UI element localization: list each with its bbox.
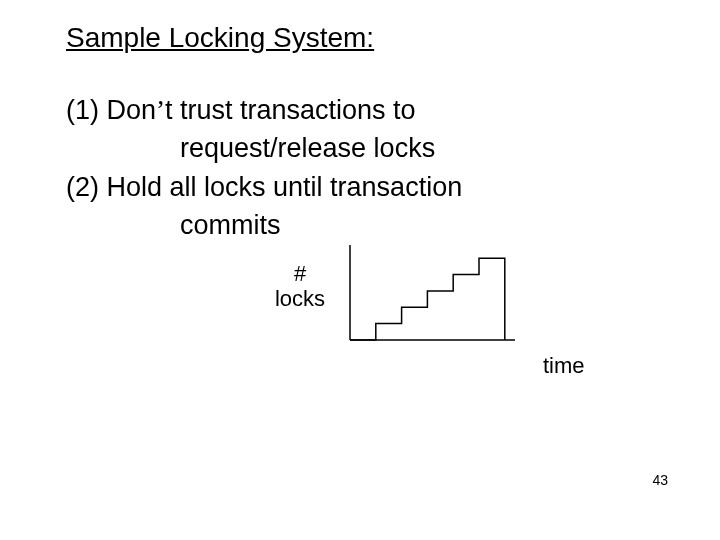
bullet-1-line-1: (1) Don’t trust transactions to <box>66 95 416 126</box>
text-fragment: t trust transactions to <box>165 95 416 125</box>
chart-x-axis-label: time <box>543 353 585 379</box>
page-number: 43 <box>652 472 668 488</box>
bullet-1-line-2: request/release locks <box>180 133 435 164</box>
chart-series-line <box>350 258 505 340</box>
bullet-2-line-1: (2) Hold all locks until transaction <box>66 172 462 203</box>
slide: Sample Locking System: (1) Don’t trust t… <box>0 0 720 540</box>
slide-heading: Sample Locking System: <box>66 22 374 54</box>
bullet-2-line-2: commits <box>180 210 281 241</box>
locks-over-time-chart <box>340 245 520 350</box>
text-fragment: (1) Don <box>66 95 156 125</box>
apostrophe: ’ <box>156 95 165 125</box>
chart-axes-icon <box>350 245 515 340</box>
chart-y-axis-label: #locks <box>270 261 330 312</box>
